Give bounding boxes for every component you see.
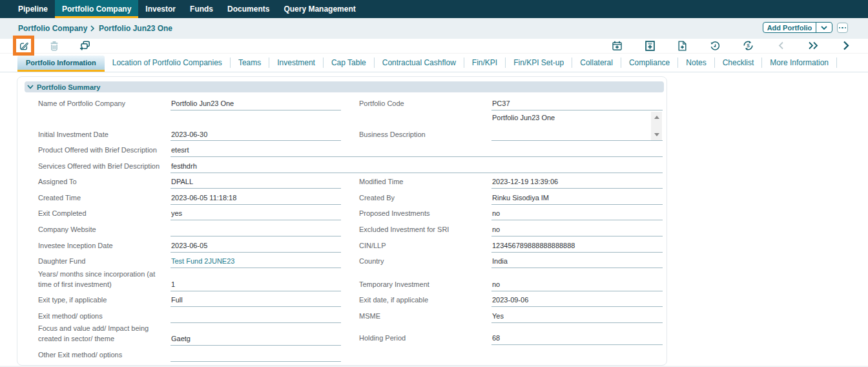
svg-text:$: $ xyxy=(747,43,750,48)
